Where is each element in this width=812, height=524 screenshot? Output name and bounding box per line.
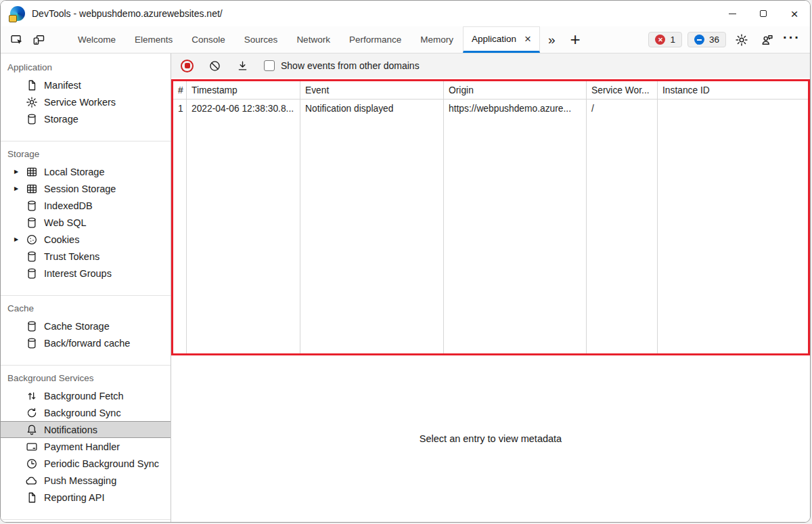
sidebar-item-background-fetch[interactable]: Background Fetch [1,387,171,404]
tab-elements[interactable]: Elements [125,26,182,53]
tab-memory[interactable]: Memory [411,26,463,53]
event-cell-instance-id [658,100,808,118]
settings-gear-icon[interactable] [731,33,752,47]
column-header-origin[interactable]: Origin [444,81,587,99]
column-header-number[interactable]: # [173,81,187,99]
sidebar-item-session-storage[interactable]: ▶ Session Storage [1,180,171,197]
sidebar-item-web-sql[interactable]: Web SQL [1,214,171,231]
up-down-arrows-icon [26,390,38,402]
sidebar-section-storage: Storage ▶ Local Storage ▶ Session Storag… [1,141,171,296]
sidebar-item-cache-storage[interactable]: Cache Storage [1,318,171,334]
sidebar-item-push-messaging[interactable]: Push Messaging [1,472,171,489]
sidebar-item-indexeddb[interactable]: IndexedDB [1,197,171,214]
tab-welcome[interactable]: Welcome [68,26,125,53]
database-icon [26,113,38,125]
application-sidebar: Application Manifest Service Workers Sto… [1,53,171,522]
tab-performance[interactable]: Performance [340,26,411,53]
event-cell-event: Notification displayed [300,100,444,118]
device-toolbar-button[interactable] [28,26,49,53]
sidebar-item-service-workers[interactable]: Service Workers [1,93,171,110]
section-title-storage: Storage [1,146,171,163]
show-events-checkbox[interactable] [264,60,275,71]
metadata-placeholder: Select an entry to view metadata [420,433,562,444]
sidebar-item-payment-handler[interactable]: Payment Handler [1,438,171,455]
cookie-icon [26,234,38,246]
event-row[interactable]: 1 2022-04-06 12:38:30.8... Notification … [173,100,808,118]
card-icon [26,441,38,453]
section-title-application: Application [1,59,171,77]
document-icon [26,79,38,91]
sidebar-item-periodic-background-sync[interactable]: Periodic Background Sync [1,455,171,472]
save-events-button[interactable] [236,60,249,72]
sidebar-section-application: Application Manifest Service Workers Sto… [1,55,171,141]
window-controls: × [717,1,810,26]
sidebar-item-manifest[interactable]: Manifest [1,77,171,93]
sidebar-item-cookies[interactable]: ▶ Cookies [1,231,171,248]
new-tab-button[interactable]: + [564,26,587,53]
more-tabs-button[interactable]: » [540,26,564,53]
inspect-element-button[interactable] [6,26,28,53]
event-cell-origin: https://webpushdemo.azure... [444,100,587,118]
expand-triangle-icon[interactable]: ▶ [14,185,26,192]
database-icon [26,267,38,280]
close-window-button[interactable]: × [779,1,810,26]
tab-application[interactable]: Application × [463,26,540,53]
close-tab-icon[interactable]: × [524,33,531,45]
sidebar-item-storage[interactable]: Storage [1,110,171,127]
events-table-highlighted: # Timestamp Event Origin Service Wor... … [171,79,810,355]
show-events-checkbox-label[interactable]: Show events from other domains [281,60,420,71]
expand-triangle-icon[interactable]: ▶ [14,236,26,242]
tab-console[interactable]: Console [182,26,235,53]
event-cell-service-worker: / [587,100,658,118]
gear-icon [26,96,38,108]
column-header-service-worker[interactable]: Service Wor... [587,81,658,99]
tabbar-right-cluster: ✕ 1 36 ··· [648,26,810,53]
error-icon: ✕ [655,35,665,45]
window-title: DevTools - webpushdemo.azurewebsites.net… [32,8,223,19]
tab-network[interactable]: Network [287,26,340,53]
tab-sources[interactable]: Sources [235,26,288,53]
bell-icon [26,424,38,436]
cloud-icon [26,475,38,487]
devtools-window: DevTools - webpushdemo.azurewebsites.net… [0,0,811,523]
notifications-panel: Show events from other domains # Timesta… [171,53,810,522]
sidebar-item-local-storage[interactable]: ▶ Local Storage [1,163,171,180]
sidebar-item-back-forward-cache[interactable]: Back/forward cache [1,334,171,351]
sidebar-section-background-services: Background Services Background Fetch Bac… [1,366,171,520]
issues-count-badge[interactable]: 36 [687,32,726,47]
column-header-timestamp[interactable]: Timestamp [187,81,300,99]
metadata-pane: Select an entry to view metadata [171,355,810,522]
sidebar-item-background-sync[interactable]: Background Sync [1,404,171,421]
database-icon [26,250,38,263]
table-icon [26,183,38,195]
message-icon [694,35,704,45]
record-toggle-button[interactable] [181,60,194,72]
minimize-button[interactable] [717,1,748,26]
database-icon [26,217,38,229]
event-cell-number: 1 [173,100,187,118]
sidebar-item-trust-tokens[interactable]: Trust Tokens [1,248,171,265]
more-options-icon[interactable]: ··· [783,30,800,49]
devtools-tab-bar: Welcome Elements Console Sources Network… [1,26,810,53]
edge-devtools-logo-icon [10,6,25,21]
database-icon [26,200,38,212]
section-title-cache: Cache [1,300,171,318]
sidebar-section-cache: Cache Cache Storage Back/forward cache [1,296,171,366]
feedback-icon[interactable] [757,33,777,47]
notifications-toolbar: Show events from other domains [171,53,810,78]
events-table-header: # Timestamp Event Origin Service Wor... … [173,81,808,100]
sidebar-item-interest-groups[interactable]: Interest Groups [1,265,171,282]
expand-triangle-icon[interactable]: ▶ [14,169,26,175]
title-bar: DevTools - webpushdemo.azurewebsites.net… [1,1,810,26]
sidebar-item-notifications[interactable]: Notifications [1,421,171,438]
maximize-button[interactable] [748,1,779,26]
clock-icon [26,458,38,470]
events-table-empty-area [173,118,808,353]
column-header-event[interactable]: Event [300,81,444,99]
sidebar-item-reporting-api[interactable]: Reporting API [1,489,171,506]
table-icon [26,166,38,178]
column-header-instance-id[interactable]: Instance ID [658,81,808,99]
database-icon [26,320,38,332]
error-count-badge[interactable]: ✕ 1 [648,32,682,47]
clear-events-button[interactable] [208,60,221,72]
